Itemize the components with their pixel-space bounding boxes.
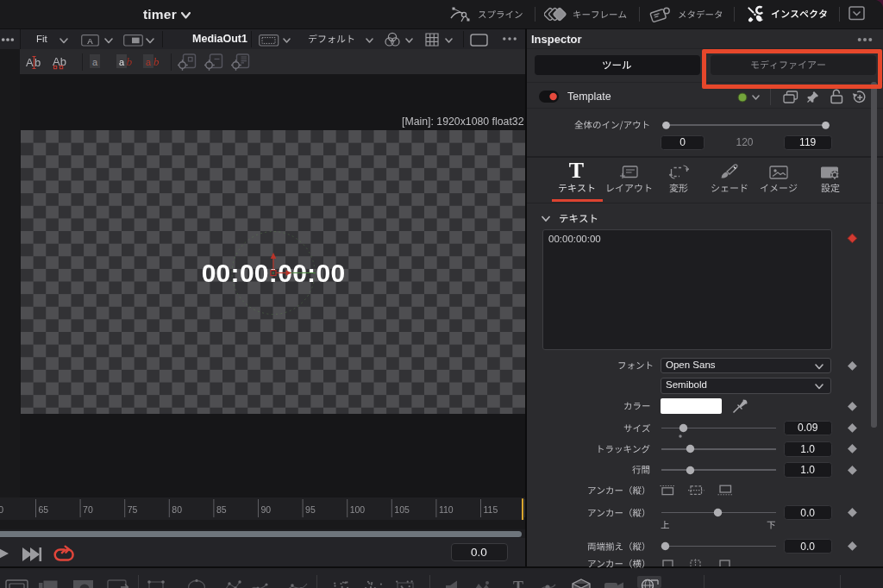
svg-text:100: 100	[350, 504, 366, 515]
svg-text:a: a	[146, 57, 152, 67]
svg-text:80: 80	[172, 504, 182, 515]
svg-text:A: A	[26, 56, 34, 69]
svg-text:75: 75	[128, 504, 138, 515]
svg-text:a: a	[119, 57, 125, 67]
svg-text:110: 110	[439, 504, 454, 515]
svg-text:70: 70	[83, 504, 93, 515]
svg-text:85: 85	[216, 504, 227, 515]
svg-text:95: 95	[305, 504, 316, 515]
svg-text:a: a	[92, 57, 98, 67]
svg-text:105: 105	[394, 504, 410, 515]
svg-text:60: 60	[0, 504, 3, 515]
svg-text:b: b	[127, 55, 133, 68]
svg-text:b: b	[153, 55, 160, 68]
svg-text:115: 115	[484, 504, 498, 515]
svg-text:A: A	[87, 36, 93, 46]
svg-text:65: 65	[39, 504, 49, 515]
svg-text:T: T	[513, 579, 523, 588]
svg-text:b: b	[34, 56, 41, 69]
svg-text:90: 90	[261, 504, 272, 515]
